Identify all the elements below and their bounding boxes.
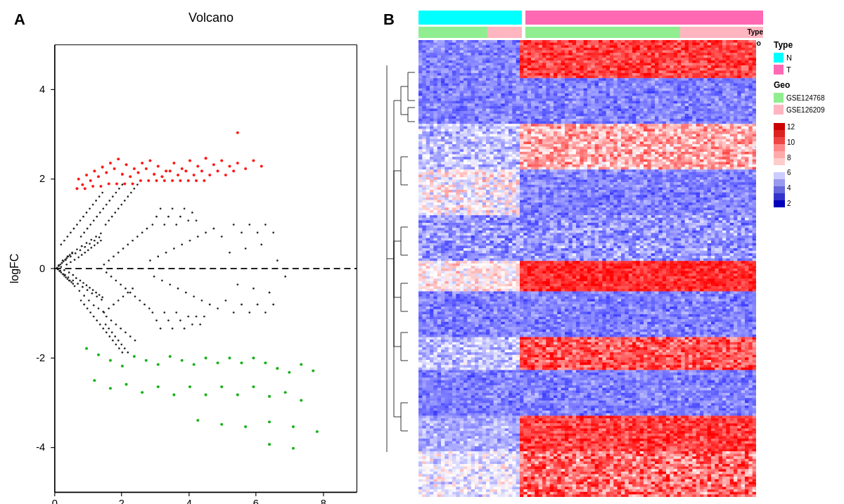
- heatmap-grid: [418, 40, 756, 497]
- svg-point-34: [75, 277, 77, 279]
- svg-point-194: [167, 216, 170, 218]
- svg-point-213: [257, 304, 259, 306]
- svg-point-372: [268, 443, 271, 446]
- svg-point-270: [77, 178, 80, 181]
- svg-point-201: [196, 219, 198, 221]
- svg-point-57: [76, 248, 78, 250]
- svg-point-360: [220, 385, 223, 388]
- svg-point-200: [191, 212, 193, 214]
- geo-gse126209-bar1: [487, 27, 522, 38]
- svg-point-211: [241, 304, 243, 306]
- svg-point-240: [71, 252, 73, 254]
- svg-point-279: [148, 160, 151, 162]
- svg-point-131: [86, 212, 88, 214]
- svg-point-44: [92, 289, 94, 291]
- svg-point-236: [68, 256, 70, 258]
- scale-4: [774, 179, 785, 186]
- svg-point-252: [112, 195, 114, 198]
- svg-point-311: [217, 169, 219, 172]
- svg-point-50: [101, 297, 103, 299]
- svg-point-256: [80, 299, 82, 302]
- geo-gse124768-bar2: [525, 27, 681, 38]
- svg-text:2: 2: [119, 498, 124, 504]
- svg-point-102: [134, 295, 136, 297]
- svg-point-288: [220, 160, 223, 162]
- scale-9: [774, 144, 785, 151]
- svg-point-318: [108, 182, 110, 185]
- svg-point-187: [196, 316, 198, 318]
- svg-point-202: [229, 252, 231, 254]
- svg-point-43: [90, 247, 92, 249]
- svg-point-62: [88, 299, 90, 302]
- svg-point-27: [60, 266, 63, 268]
- svg-point-148: [105, 323, 107, 325]
- svg-point-56: [74, 285, 76, 287]
- svg-point-82: [87, 289, 89, 291]
- svg-point-206: [260, 244, 262, 246]
- svg-point-285: [196, 164, 199, 167]
- svg-point-267: [115, 344, 117, 346]
- svg-point-242: [80, 235, 82, 238]
- svg-point-260: [93, 316, 95, 318]
- svg-point-354: [125, 383, 128, 386]
- svg-point-266: [112, 340, 114, 342]
- n-color-box: [774, 53, 784, 63]
- svg-point-192: [160, 207, 162, 209]
- svg-point-303: [153, 173, 155, 176]
- svg-text:logFC: logFC: [8, 254, 20, 283]
- svg-point-49: [100, 240, 102, 242]
- svg-point-110: [106, 316, 108, 318]
- type-t-bar: [525, 11, 763, 25]
- svg-point-239: [70, 281, 72, 283]
- svg-point-77: [75, 252, 77, 254]
- svg-point-275: [117, 157, 120, 160]
- svg-text:0: 0: [39, 263, 45, 274]
- svg-point-272: [93, 169, 96, 172]
- svg-point-63: [90, 239, 92, 241]
- svg-point-289: [228, 164, 231, 167]
- svg-point-45: [94, 245, 96, 247]
- svg-point-248: [99, 212, 101, 214]
- svg-point-32: [72, 274, 74, 276]
- scale-8: [774, 151, 785, 158]
- svg-point-217: [241, 232, 243, 234]
- heatmap-row: Type N T: [418, 40, 837, 497]
- svg-text:2: 2: [39, 173, 45, 184]
- dendrogram-svg: [380, 30, 418, 487]
- svg-point-179: [163, 311, 165, 314]
- svg-point-340: [181, 359, 184, 362]
- svg-point-322: [139, 179, 142, 182]
- svg-point-111: [108, 308, 110, 310]
- svg-point-304: [160, 175, 163, 178]
- svg-point-329: [195, 179, 198, 182]
- svg-point-90: [106, 271, 108, 273]
- svg-point-333: [97, 354, 100, 356]
- legend-item-gse126209: GSE126209: [774, 105, 837, 115]
- svg-point-139: [111, 216, 113, 218]
- svg-point-100: [129, 292, 132, 294]
- svg-point-264: [106, 332, 108, 334]
- svg-point-178: [160, 328, 162, 330]
- svg-point-198: [184, 207, 186, 209]
- svg-point-278: [141, 162, 143, 164]
- svg-point-226: [59, 264, 61, 266]
- svg-point-153: [120, 344, 122, 346]
- scale-label-6: 6: [787, 169, 795, 176]
- svg-point-313: [232, 169, 235, 172]
- svg-point-326: [171, 179, 174, 182]
- svg-point-66: [98, 308, 100, 310]
- svg-point-78: [77, 283, 79, 285]
- svg-point-60: [83, 295, 85, 297]
- scale-10: [774, 137, 785, 144]
- gse126209-label: GSE126209: [786, 106, 825, 114]
- svg-point-130: [82, 216, 84, 218]
- svg-point-140: [114, 212, 116, 214]
- svg-point-276: [125, 163, 128, 166]
- svg-point-48: [98, 294, 101, 296]
- svg-point-331: [236, 131, 239, 134]
- svg-point-31: [70, 261, 72, 264]
- svg-point-36: [79, 280, 82, 282]
- svg-point-203: [236, 283, 238, 285]
- svg-point-180: [167, 320, 170, 322]
- panel-a-label: A: [14, 11, 25, 29]
